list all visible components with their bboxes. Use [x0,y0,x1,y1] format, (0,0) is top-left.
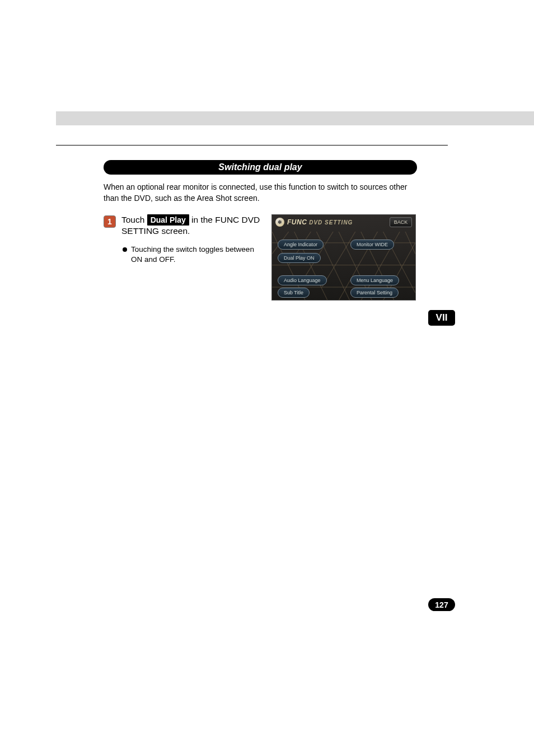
screenshot-header: ✻ FUNC DVD SETTING BACK [272,215,415,229]
header-gray-band [56,111,534,125]
menu-language-button[interactable]: Menu Language [350,275,399,285]
section-heading: Switching dual play [104,160,417,175]
bullet-note: Touching the switch toggles between ON a… [123,245,260,265]
bullet-text: Touching the switch toggles between ON a… [131,245,260,265]
sub-title-button[interactable]: Sub Title [278,288,310,298]
intro-paragraph: When an optional rear monitor is connect… [104,181,417,204]
page-number: 127 [428,598,455,611]
title-main: FUNC [287,218,307,226]
step-1: 1 Touch Dual Play in the FUNC DVD SETTIN… [104,214,260,237]
audio-language-button[interactable]: Audio Language [278,275,327,285]
parental-setting-button[interactable]: Parental Setting [350,288,399,298]
left-column: 1 Touch Dual Play in the FUNC DVD SETTIN… [104,214,260,300]
content-area: Switching dual play When an optional rea… [104,160,423,300]
step-text: Touch Dual Play in the FUNC DVD SETTING … [121,214,260,237]
horizontal-rule [56,145,448,145]
section-tab: VII [428,310,455,326]
title-sub: DVD SETTING [309,219,353,226]
step-number-badge: 1 [104,215,116,228]
dual-play-on-button[interactable]: Dual Play ON [278,253,321,263]
back-button[interactable]: BACK [390,217,412,227]
screenshot-title: FUNC DVD SETTING [287,218,353,226]
two-column-layout: 1 Touch Dual Play in the FUNC DVD SETTIN… [104,214,423,300]
angle-indicator-button[interactable]: Angle Indicator [278,240,324,250]
right-column: ✻ FUNC DVD SETTING BACK [271,214,417,300]
dvd-setting-screenshot: ✻ FUNC DVD SETTING BACK [271,214,416,300]
screenshot-body: Angle Indicator Monitor WIDE Dual Play O… [272,232,415,300]
func-icon: ✻ [275,218,284,227]
bullet-icon [123,247,127,252]
dual-play-label: Dual Play [147,214,189,226]
monitor-wide-button[interactable]: Monitor WIDE [350,240,394,250]
step-pre-text: Touch [121,215,147,224]
